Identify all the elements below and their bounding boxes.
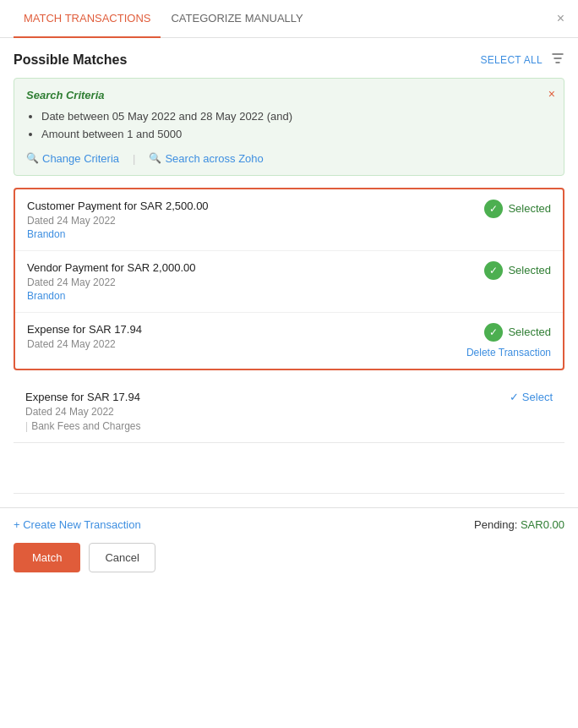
transaction-meta-1: Brandon xyxy=(27,228,484,240)
transaction-title-1: Customer Payment for SAR 2,500.00 xyxy=(27,200,484,212)
table-row: Vendor Payment for SAR 2,000.00 Dated 24… xyxy=(15,251,563,313)
list-item: Expense for SAR 17.94 Dated 24 May 2022 … xyxy=(14,380,564,443)
criteria-links: 🔍 Change Criteria | 🔍 Search across Zoho xyxy=(26,152,552,165)
spacer xyxy=(14,443,564,494)
transaction-action-1: ✓ Selected xyxy=(484,200,551,218)
selected-badge-3[interactable]: ✓ Selected xyxy=(484,323,551,342)
match-button[interactable]: Match xyxy=(14,543,80,572)
criteria-close-icon[interactable]: × xyxy=(548,87,555,101)
transaction-select-action: ✓ Select xyxy=(510,391,553,403)
footer-buttons: Match Cancel xyxy=(14,543,564,572)
search-zoho-icon: 🔍 xyxy=(149,152,161,164)
transaction-date-other: Dated 24 May 2022 xyxy=(25,406,510,418)
transaction-action-3: ✓ Selected Delete Transaction xyxy=(466,323,551,359)
tab-match-transactions[interactable]: MATCH TRANSACTIONS xyxy=(14,0,161,38)
criteria-title: Search Criteria xyxy=(26,89,552,101)
page-title: Possible Matches xyxy=(14,52,127,68)
footer-top: + Create New Transaction Pending: SAR0.0… xyxy=(14,518,564,531)
tab-categorize-manually[interactable]: CATEGORIZE MANUALLY xyxy=(161,0,313,38)
criteria-box: Search Criteria × Date between 05 May 20… xyxy=(14,78,564,176)
criteria-item-date: Date between 05 May 2022 and 28 May 2022… xyxy=(41,108,552,126)
criteria-list: Date between 05 May 2022 and 28 May 2022… xyxy=(26,108,552,144)
search-across-zoho-link[interactable]: 🔍 Search across Zoho xyxy=(149,152,263,165)
main-content: Possible Matches SELECT ALL Search Crite… xyxy=(0,38,578,507)
transaction-info-2: Vendor Payment for SAR 2,000.00 Dated 24… xyxy=(27,261,484,302)
transaction-title-2: Vendor Payment for SAR 2,000.00 xyxy=(27,261,484,274)
criteria-item-amount: Amount between 1 and 5000 xyxy=(41,126,552,144)
check-circle-icon-3: ✓ xyxy=(484,323,503,342)
selected-transactions-box: Customer Payment for SAR 2,500.00 Dated … xyxy=(14,188,564,370)
pending-amount: SAR0.00 xyxy=(521,518,564,531)
select-all-button[interactable]: SELECT ALL xyxy=(481,54,543,66)
transaction-title-3: Expense for SAR 17.94 xyxy=(27,323,466,336)
transaction-info-other: Expense for SAR 17.94 Dated 24 May 2022 … xyxy=(25,391,510,432)
transaction-info-3: Expense for SAR 17.94 Dated 24 May 2022 xyxy=(27,323,466,352)
footer: + Create New Transaction Pending: SAR0.0… xyxy=(0,507,578,583)
transaction-info-1: Customer Payment for SAR 2,500.00 Dated … xyxy=(27,200,484,240)
transaction-meta-2: Brandon xyxy=(27,290,484,302)
links-separator: | xyxy=(133,152,135,165)
transaction-date-3: Dated 24 May 2022 xyxy=(27,338,466,350)
transaction-date-1: Dated 24 May 2022 xyxy=(27,215,484,227)
search-icon: 🔍 xyxy=(26,152,39,164)
pending-info: Pending: SAR0.00 xyxy=(474,518,564,531)
transaction-title-other: Expense for SAR 17.94 xyxy=(25,391,510,403)
select-link[interactable]: ✓ Select xyxy=(510,391,553,403)
delete-transaction-link[interactable]: Delete Transaction xyxy=(466,347,551,359)
check-circle-icon-1: ✓ xyxy=(484,200,503,218)
selected-badge-2[interactable]: ✓ Selected xyxy=(484,261,551,280)
cancel-button[interactable]: Cancel xyxy=(89,543,155,572)
transaction-date-2: Dated 24 May 2022 xyxy=(27,276,484,288)
transaction-action-2: ✓ Selected xyxy=(484,261,551,280)
close-icon[interactable]: × xyxy=(557,11,564,26)
tabs-bar: MATCH TRANSACTIONS CATEGORIZE MANUALLY × xyxy=(0,0,578,38)
create-new-transaction-link[interactable]: + Create New Transaction xyxy=(14,518,141,531)
header-row: Possible Matches SELECT ALL xyxy=(14,52,564,68)
table-row: Customer Payment for SAR 2,500.00 Dated … xyxy=(15,189,563,251)
transaction-tag: | Bank Fees and Charges xyxy=(25,420,510,432)
check-circle-icon-2: ✓ xyxy=(484,261,503,280)
header-actions: SELECT ALL xyxy=(481,52,565,68)
change-criteria-link[interactable]: 🔍 Change Criteria xyxy=(26,152,119,165)
table-row: Expense for SAR 17.94 Dated 24 May 2022 … xyxy=(15,313,563,369)
selected-badge-1[interactable]: ✓ Selected xyxy=(484,200,551,218)
filter-icon[interactable] xyxy=(551,52,564,68)
